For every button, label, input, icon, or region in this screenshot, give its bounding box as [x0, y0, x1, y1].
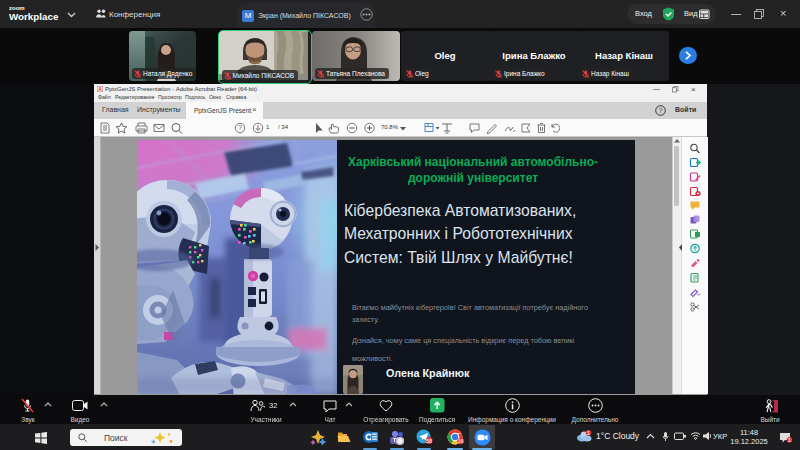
svg-text:?: ?: [238, 124, 242, 131]
svg-text:1: 1: [587, 430, 590, 436]
svg-text:16: 16: [457, 438, 463, 444]
svg-text:58: 58: [426, 438, 432, 444]
svg-text:1: 1: [788, 437, 791, 443]
svg-text:A: A: [98, 86, 102, 92]
svg-text:?: ?: [659, 107, 663, 114]
svg-text:T: T: [393, 437, 397, 443]
